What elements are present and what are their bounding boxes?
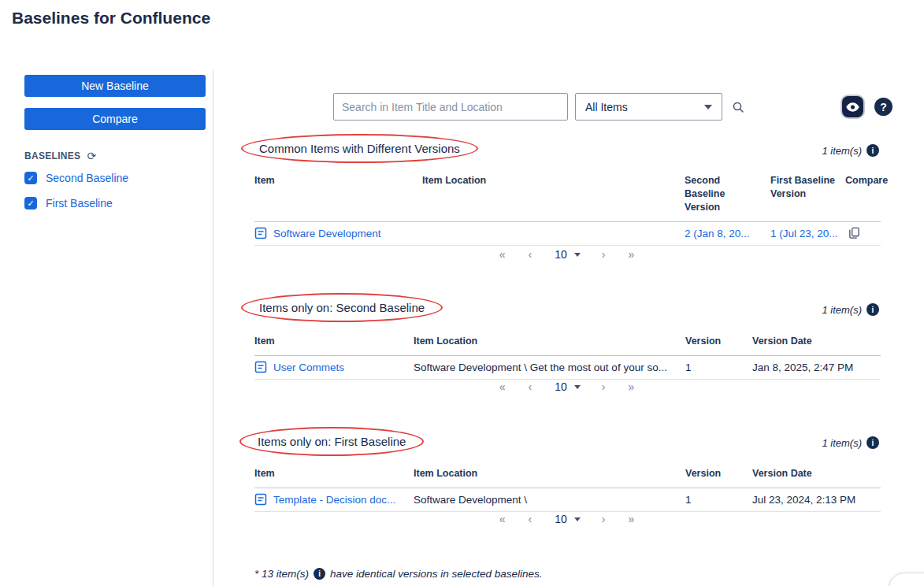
next-page-button[interactable]: › <box>602 513 607 525</box>
section-title-annotation-first-only: Items only on: First Baseline <box>239 427 424 456</box>
col-version: Version <box>685 335 752 348</box>
version-cell: 1 <box>685 494 752 506</box>
page-size-select[interactable]: 10 <box>555 248 581 261</box>
baseline-item-second: ✓ Second Baseline <box>24 172 128 184</box>
item-link[interactable]: Template - Decision doc... <box>273 494 395 506</box>
prev-page-button[interactable]: ‹ <box>529 380 534 393</box>
second-version-link[interactable]: 2 (Jan 8, 20... <box>685 228 770 239</box>
col-item-location: Item Location <box>422 174 685 187</box>
item-cell: User Commets <box>254 361 414 373</box>
table-row: Template - Decision doc... Software Deve… <box>254 488 881 512</box>
version-date-cell: Jul 23, 2024, 2:13 PM <box>752 494 881 506</box>
col-version: Version <box>685 467 752 480</box>
info-glyph: i <box>872 146 874 155</box>
section-title-annotation-common: Common Items with Different Versions <box>241 134 478 163</box>
pagination-second-only: « ‹ 10 › » <box>254 380 881 393</box>
col-item: Item <box>254 467 414 480</box>
item-location-cell: Software Development \ <box>414 494 685 506</box>
page-size-select[interactable]: 10 <box>555 380 581 393</box>
prev-page-button[interactable]: ‹ <box>529 513 534 525</box>
last-page-button[interactable]: » <box>628 248 636 261</box>
compare-copy-button[interactable] <box>848 227 881 239</box>
search-input[interactable] <box>333 93 568 121</box>
new-baseline-button[interactable]: New Baseline <box>24 75 206 97</box>
prev-page-button[interactable]: ‹ <box>529 248 534 261</box>
first-page-button[interactable]: « <box>499 248 507 261</box>
first-version-link[interactable]: 1 (Jul 23, 20... <box>770 228 845 239</box>
common-items-table: Item Item Location Second Baseline Versi… <box>254 174 881 246</box>
info-icon[interactable]: i <box>866 303 879 316</box>
footnote-suffix: have identical versions in selected base… <box>330 568 542 580</box>
item-count-label: 1 item(s) <box>822 145 862 157</box>
page-size-select[interactable]: 10 <box>555 513 581 525</box>
second-only-table: Item Item Location Version Version Date … <box>254 335 881 380</box>
col-item-location: Item Location <box>414 335 685 348</box>
floating-button-partial[interactable] <box>889 573 924 586</box>
last-page-button[interactable]: » <box>628 380 636 393</box>
item-count-label: 1 item(s) <box>822 304 862 316</box>
compare-button[interactable]: Compare <box>24 108 206 130</box>
question-icon: ? <box>880 101 887 113</box>
section-title-second-only: Items only on: Second Baseline <box>259 301 425 314</box>
eye-icon <box>846 102 859 113</box>
page-icon <box>254 361 267 373</box>
col-version-date: Version Date <box>752 467 881 480</box>
table-row: User Commets Software Development \ Get … <box>254 356 881 380</box>
watch-button[interactable] <box>842 96 863 117</box>
item-link[interactable]: User Commets <box>273 362 344 373</box>
chevron-down-icon <box>704 105 712 109</box>
first-baseline-checkbox[interactable]: ✓ <box>24 197 37 210</box>
footnote-prefix: * 13 item(s) <box>254 568 309 580</box>
table-header-row: Item Item Location Version Version Date <box>254 467 881 488</box>
col-version-date: Version Date <box>752 335 881 348</box>
first-page-button[interactable]: « <box>499 380 507 393</box>
baselines-heading: BASELINES ⟳ <box>24 150 96 162</box>
first-only-table: Item Item Location Version Version Date … <box>254 467 881 512</box>
help-button[interactable]: ? <box>874 98 892 116</box>
last-page-button[interactable]: » <box>628 513 636 525</box>
second-baseline-link[interactable]: Second Baseline <box>46 172 128 184</box>
chevron-down-icon <box>574 253 581 257</box>
page-size-value: 10 <box>555 513 567 525</box>
items-filter-value: All Items <box>585 101 628 113</box>
chevron-down-icon <box>574 385 581 389</box>
page-size-value: 10 <box>555 248 567 261</box>
table-row: Software Development 2 (Jan 8, 20... 1 (… <box>254 222 881 246</box>
item-count-label: 1 item(s) <box>822 437 862 449</box>
version-date-cell: Jan 8, 2025, 2:47 PM <box>752 362 881 373</box>
page-icon <box>254 493 267 506</box>
page-title: Baselines for Confluence <box>12 9 210 28</box>
info-icon[interactable]: i <box>866 436 879 449</box>
info-icon[interactable]: i <box>866 144 879 157</box>
col-first-baseline-version: First Baseline Version <box>770 174 835 201</box>
next-page-button[interactable]: › <box>602 248 607 261</box>
item-count-first-only: 1 item(s) i <box>822 436 879 449</box>
info-icon[interactable]: i <box>314 568 325 580</box>
info-glyph: i <box>872 306 874 314</box>
pagination-first-only: « ‹ 10 › » <box>254 513 881 525</box>
check-icon: ✓ <box>27 173 34 184</box>
chevron-down-icon <box>574 517 581 521</box>
section-title-first-only: Items only on: First Baseline <box>258 435 406 448</box>
info-glyph: i <box>318 569 321 578</box>
items-filter-select[interactable]: All Items <box>575 93 722 121</box>
item-link[interactable]: Software Development <box>273 228 381 239</box>
next-page-button[interactable]: › <box>602 380 607 393</box>
col-second-baseline-version: Second Baseline Version <box>685 174 730 214</box>
info-glyph: i <box>872 439 874 447</box>
baseline-item-first: ✓ First Baseline <box>24 197 113 210</box>
section-title-annotation-second-only: Items only on: Second Baseline <box>241 293 443 322</box>
col-item: Item <box>254 174 422 187</box>
item-count-common: 1 item(s) i <box>822 144 879 157</box>
first-page-button[interactable]: « <box>499 513 507 525</box>
col-item: Item <box>254 335 414 348</box>
second-baseline-checkbox[interactable]: ✓ <box>24 172 37 184</box>
first-baseline-link[interactable]: First Baseline <box>46 197 113 210</box>
search-icon[interactable] <box>732 101 744 117</box>
item-location-cell: Software Development \ Get the most out … <box>414 362 685 373</box>
pagination-common: « ‹ 10 › » <box>254 248 881 261</box>
page-icon <box>254 227 267 239</box>
item-cell: Software Development <box>254 227 422 239</box>
refresh-icon[interactable]: ⟳ <box>87 150 96 162</box>
version-cell: 1 <box>685 362 752 373</box>
